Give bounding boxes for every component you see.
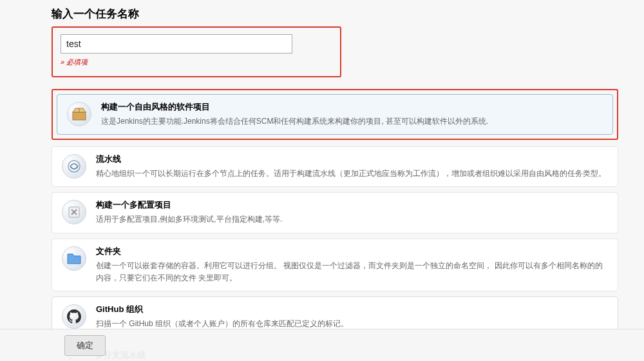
item-desc: 精心地组织一个可以长期运行在多个节点上的任务。适用于构建流水线（更加正式地应当称… (96, 168, 609, 180)
item-desc: 这是Jenkins的主要功能.Jenkins将会结合任何SCM和任何构建系统来构… (101, 115, 603, 128)
multiconfig-icon (61, 199, 87, 225)
freestyle-icon (66, 101, 92, 127)
required-hint: » 必填项 (61, 57, 332, 67)
item-title: 文件夹 (96, 246, 609, 257)
job-type-folder[interactable]: 文件夹 创建一个可以嵌套存储的容器。利用它可以进行分组。 视图仅仅是一个过滤器，… (52, 239, 618, 291)
ok-button[interactable]: 确定 (64, 335, 106, 356)
svg-rect-0 (73, 112, 86, 120)
name-highlight-box: » 必填项 (52, 26, 341, 77)
item-title: GitHub 组织 (96, 304, 609, 315)
selected-highlight-box: 构建一个自由风格的软件项目 这是Jenkins的主要功能.Jenkins将会结合… (52, 89, 618, 140)
page-heading: 输入一个任务名称 (52, 6, 618, 21)
job-type-multiconfig[interactable]: 构建一个多配置项目 适用于多配置项目,例如多环境测试,平台指定构建,等等. (52, 192, 618, 233)
item-name-input[interactable] (61, 34, 292, 54)
job-type-pipeline[interactable]: 流水线 精心地组织一个可以长期运行在多个节点上的任务。适用于构建流水线（更加正式… (52, 146, 618, 187)
item-title: 构建一个多配置项目 (96, 199, 609, 211)
item-title: 流水线 (96, 153, 609, 165)
item-title: 构建一个自由风格的软件项目 (101, 101, 603, 113)
item-desc: 创建一个可以嵌套存储的容器。利用它可以进行分组。 视图仅仅是一个过滤器，而文件夹… (96, 260, 609, 284)
folder-icon (61, 246, 87, 271)
item-desc: 适用于多配置项目,例如多环境测试,平台指定构建,等等. (96, 213, 609, 226)
pipeline-icon (61, 153, 87, 179)
github-icon (61, 304, 87, 329)
job-type-freestyle[interactable]: 构建一个自由风格的软件项目 这是Jenkins的主要功能.Jenkins将会结合… (57, 94, 613, 135)
footer-bar: 确定 (0, 329, 644, 361)
